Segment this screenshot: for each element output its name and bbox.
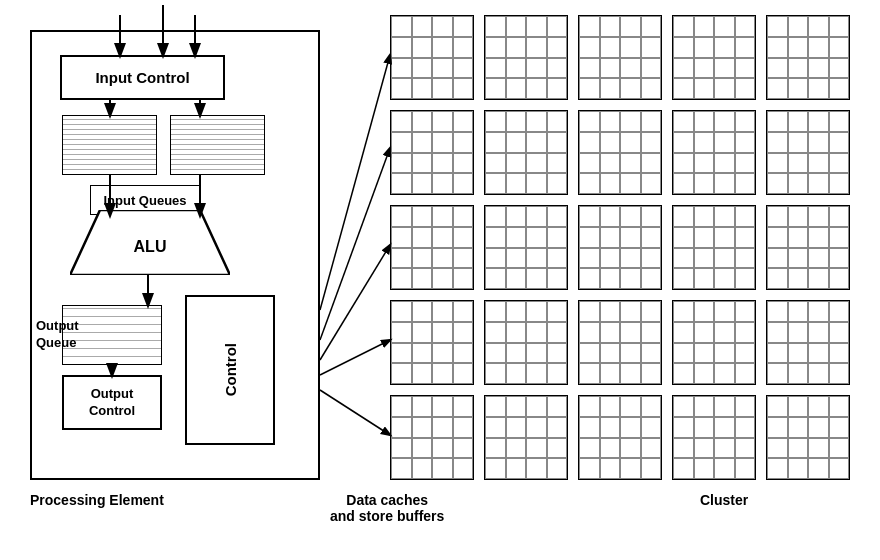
inner-cell [808,132,829,153]
inner-cell [432,132,453,153]
inner-cell [600,132,621,153]
inner-cell [620,322,641,343]
inner-cell [579,268,600,289]
inner-cell [641,111,662,132]
inner-cell [547,438,568,459]
inner-cell [767,396,788,417]
inner-cell [547,301,568,322]
inner-cell [547,363,568,384]
inner-cell [808,417,829,438]
inner-cell [641,301,662,322]
inner-cell [788,153,809,174]
inner-cell [620,132,641,153]
grid-cell [390,110,474,195]
inner-cell [694,173,715,194]
inner-cell [526,37,547,58]
inner-cell [788,16,809,37]
inner-cell [600,153,621,174]
inner-cell [694,37,715,58]
alu-shape: ALU [70,210,230,275]
inner-cell [714,78,735,99]
inner-cell [485,322,506,343]
inner-cell [641,227,662,248]
inner-cell [600,227,621,248]
inner-cell [600,268,621,289]
inner-cell [788,37,809,58]
inner-cell [579,343,600,364]
inner-cell [485,153,506,174]
inner-cell [485,248,506,269]
inner-cell [391,78,412,99]
cluster-label: Cluster [700,492,748,508]
inner-cell [506,396,527,417]
inner-cell [673,173,694,194]
input-queues-label: Input Queues [103,193,186,208]
inner-cell [694,438,715,459]
inner-cell [767,322,788,343]
svg-line-15 [320,390,390,435]
inner-cell [808,37,829,58]
inner-cell [506,173,527,194]
inner-cell [432,248,453,269]
inner-cell [432,206,453,227]
inner-cell [412,37,433,58]
inner-cell [714,173,735,194]
inner-cell [735,458,756,479]
inner-cell [714,343,735,364]
inner-cell [714,132,735,153]
inner-cell [391,363,412,384]
grid-cell [766,15,850,100]
inner-cell [412,438,433,459]
inner-cell [579,417,600,438]
inner-cell [485,458,506,479]
inner-cell [620,111,641,132]
inner-cell [485,417,506,438]
inner-cell [829,58,850,79]
inner-cell [600,78,621,99]
inner-cell [391,173,412,194]
grid-cell [672,205,756,290]
inner-cell [485,37,506,58]
diagram-container: Input Control Input Queues ALU OutputQue… [0,0,880,560]
inner-cell [506,58,527,79]
inner-cell [453,78,474,99]
inner-cell [600,206,621,227]
inner-cell [579,363,600,384]
inner-cell [694,301,715,322]
inner-cell [506,248,527,269]
inner-cell [714,363,735,384]
inner-cell [579,438,600,459]
inner-cell [579,111,600,132]
inner-cell [600,396,621,417]
inner-cell [694,111,715,132]
inner-cell [808,111,829,132]
inner-cell [694,322,715,343]
inner-cell [526,111,547,132]
grid-cell [672,300,756,385]
inner-cell [808,301,829,322]
inner-cell [767,227,788,248]
inner-cell [694,206,715,227]
inner-cell [694,396,715,417]
inner-cell [432,37,453,58]
inner-cell [620,37,641,58]
inner-cell [579,16,600,37]
inner-cell [673,206,694,227]
inner-cell [829,343,850,364]
inner-cell [714,111,735,132]
inner-cell [694,16,715,37]
inner-cell [735,301,756,322]
inner-cell [579,248,600,269]
inner-cell [412,363,433,384]
inner-cell [432,173,453,194]
grid-cell [672,395,756,480]
inner-cell [526,153,547,174]
inner-cell [694,417,715,438]
inner-cell [641,248,662,269]
inner-cell [391,322,412,343]
inner-cell [735,343,756,364]
inner-cell [506,268,527,289]
inner-cell [641,268,662,289]
inner-cell [600,322,621,343]
inner-cell [829,417,850,438]
